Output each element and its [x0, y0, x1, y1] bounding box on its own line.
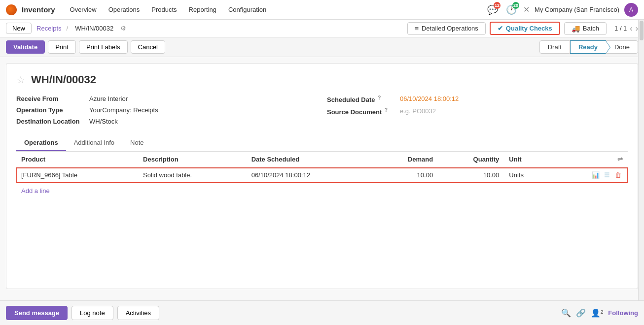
company-name: My Company (San Francisco)	[535, 6, 619, 13]
batch-button[interactable]: 🚚 Batch	[564, 22, 607, 35]
status-bar: Draft Ready Done	[539, 40, 638, 54]
breadcrumb-parent[interactable]: Receipts	[36, 25, 62, 32]
pager-count: 1 / 1	[614, 25, 627, 32]
source-doc-help-icon[interactable]: ?	[385, 107, 388, 113]
activity-badge-count: 20	[512, 2, 519, 9]
fields-grid: Receive From Azure Interior Operation Ty…	[16, 95, 628, 125]
record-title: WH/IN/00032	[31, 73, 96, 86]
delete-icon[interactable]: 🗑	[615, 171, 621, 179]
scrollbar[interactable]	[638, 20, 644, 300]
record-header: ☆ WH/IN/00032	[16, 73, 628, 86]
nav-menu: Overview Operations Products Reporting C…	[65, 4, 486, 15]
menu-icon: ≡	[415, 25, 419, 32]
breadcrumb-ref: WH/IN/00032	[75, 25, 113, 32]
col-quantity: Quantity	[438, 152, 504, 167]
table-row[interactable]: [FURN_9666] Table Solid wood table. 06/1…	[16, 167, 628, 183]
followers-icon[interactable]: 👤²	[591, 308, 603, 318]
cell-row-actions: 📊 ☰ 🗑	[549, 167, 628, 183]
activity-notification[interactable]: 🕐 20	[504, 3, 518, 17]
cell-demand[interactable]: 10.00	[373, 167, 438, 183]
detailed-ops-label: Detailed Operations	[422, 25, 478, 32]
operations-table: Product Description Date Scheduled Deman…	[16, 152, 628, 183]
operation-type-label: Operation Type	[16, 106, 85, 114]
avatar-initials: A	[629, 6, 633, 13]
breadcrumb-separator: /	[67, 25, 69, 32]
col-date-scheduled: Date Scheduled	[247, 152, 373, 167]
source-doc-label: Source Document ?	[327, 107, 396, 116]
nav-operations[interactable]: Operations	[104, 4, 145, 15]
main-content: ☆ WH/IN/00032 Receive From Azure Interio…	[6, 63, 638, 289]
pager: 1 / 1 ‹ ›	[614, 24, 638, 33]
column-filter-icon[interactable]: ⇌	[617, 156, 623, 163]
chat-badge-count: 12	[494, 2, 501, 9]
truck-icon: 🚚	[572, 25, 580, 32]
cell-description[interactable]: Solid wood table.	[138, 167, 247, 183]
nav-overview[interactable]: Overview	[65, 4, 102, 15]
col-description: Description	[138, 152, 247, 167]
nav-configuration[interactable]: Configuration	[223, 4, 271, 15]
destination-label: Destination Location	[16, 118, 85, 125]
status-ready[interactable]: Ready	[570, 40, 606, 54]
forecast-icon[interactable]: 📊	[592, 171, 600, 179]
tools-icon[interactable]: ✕	[523, 5, 530, 14]
scheduled-date-field: Scheduled Date ? 06/10/2024 18:00:12	[327, 95, 628, 103]
status-draft[interactable]: Draft	[539, 40, 570, 54]
send-message-button[interactable]: Send message	[6, 306, 68, 320]
batch-label: Batch	[583, 25, 599, 32]
scheduled-date-help-icon[interactable]: ?	[378, 95, 381, 100]
log-note-button[interactable]: Log note	[72, 306, 113, 320]
user-avatar[interactable]: A	[624, 3, 638, 17]
col-unit: Unit	[504, 152, 549, 167]
detailed-operations-button[interactable]: ≡ Detailed Operations	[407, 22, 486, 35]
app-brand[interactable]: Inventory	[22, 5, 55, 14]
settings-icon[interactable]: ⚙	[120, 25, 126, 32]
new-button[interactable]: New	[6, 23, 32, 34]
nav-products[interactable]: Products	[146, 4, 181, 15]
detail-icon[interactable]: ☰	[604, 171, 610, 179]
cell-product[interactable]: [FURN_9666] Table	[16, 167, 138, 183]
topnav-right: 💬 12 🕐 20 ✕ My Company (San Francisco) A	[486, 3, 638, 17]
source-doc-field: Source Document ? e.g. PO0032	[327, 107, 628, 116]
receive-from-field: Receive From Azure Interior	[16, 95, 317, 102]
col-actions: ⇌	[549, 152, 628, 167]
cancel-button[interactable]: Cancel	[131, 40, 165, 54]
col-product: Product	[16, 152, 138, 167]
attachment-icon[interactable]: 🔗	[576, 308, 586, 318]
detail-tabs: Operations Additional Info Note	[16, 135, 628, 152]
breadcrumb-actions: ≡ Detailed Operations ✔ Quality Checks 🚚…	[407, 22, 638, 35]
operation-type-value: YourCompany: Receipts	[89, 106, 158, 114]
receive-from-label: Receive From	[16, 95, 85, 102]
print-button[interactable]: Print	[48, 40, 76, 54]
cell-quantity[interactable]: 10.00	[438, 167, 504, 183]
pager-prev[interactable]: ‹	[630, 24, 632, 33]
receive-from-value[interactable]: Azure Interior	[89, 95, 128, 102]
activities-button[interactable]: Activities	[117, 306, 159, 320]
status-done[interactable]: Done	[606, 40, 638, 54]
bottom-bar: Send message Log note Activities 🔍 🔗 👤² …	[0, 300, 644, 325]
app-logo	[6, 4, 17, 15]
tab-additional-info[interactable]: Additional Info	[66, 135, 122, 151]
col-demand: Demand	[373, 152, 438, 167]
validate-button[interactable]: Validate	[6, 40, 45, 54]
scrollbar-thumb[interactable]	[640, 21, 644, 40]
destination-value[interactable]: WH/Stock	[89, 118, 118, 125]
cell-date-scheduled[interactable]: 06/10/2024 18:00:12	[247, 167, 373, 183]
search-icon[interactable]: 🔍	[561, 308, 571, 318]
operation-type-field: Operation Type YourCompany: Receipts	[16, 106, 317, 114]
following-button[interactable]: Following	[608, 309, 638, 317]
scheduled-date-value[interactable]: 06/10/2024 18:00:12	[400, 95, 459, 102]
nav-reporting[interactable]: Reporting	[184, 4, 221, 15]
add-line-button[interactable]: Add a line	[16, 183, 55, 198]
chat-notification[interactable]: 💬 12	[486, 3, 500, 17]
cell-unit[interactable]: Units	[504, 167, 549, 183]
checkmark-icon: ✔	[498, 25, 503, 32]
source-doc-value[interactable]: e.g. PO0032	[400, 107, 436, 115]
quality-checks-button[interactable]: ✔ Quality Checks	[490, 22, 560, 35]
breadcrumb-bar: New Receipts / WH/IN/00032 ⚙ ≡ Detailed …	[0, 20, 644, 37]
print-labels-button[interactable]: Print Labels	[79, 40, 128, 54]
scheduled-date-label: Scheduled Date ?	[327, 95, 396, 103]
top-navigation: Inventory Overview Operations Products R…	[0, 0, 644, 20]
tab-note[interactable]: Note	[122, 135, 151, 151]
favorite-star-icon[interactable]: ☆	[16, 74, 25, 86]
tab-operations[interactable]: Operations	[16, 135, 66, 151]
